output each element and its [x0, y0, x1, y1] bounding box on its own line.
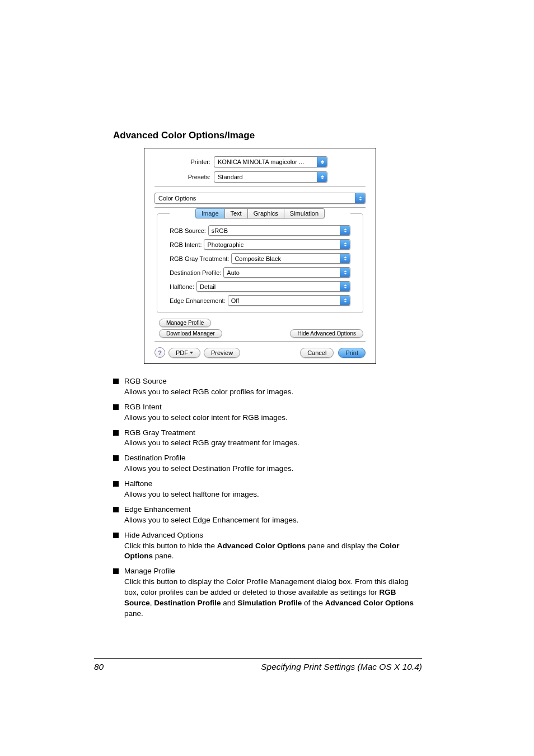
pdf-label: PDF [176, 349, 188, 356]
page-number: 80 [94, 662, 104, 672]
list-item: RGB Source Allows you to select RGB colo… [113, 376, 423, 398]
item-desc: Allows you to select RGB gray treatment … [124, 438, 299, 447]
halftone-combo[interactable]: Detail [196, 281, 350, 292]
rgb-gray-combo[interactable]: Composite Black [231, 253, 350, 264]
presets-label: Presets: [154, 174, 214, 180]
edge-combo[interactable]: Off [228, 295, 350, 306]
printer-value: KONICA MINOLTA magicolor ... [218, 158, 304, 165]
footer-title: Specifying Print Settings (Mac OS X 10.4… [261, 662, 422, 672]
page-footer: 80 Specifying Print Settings (Mac OS X 1… [94, 658, 422, 672]
tab-graphics[interactable]: Graphics [247, 208, 284, 218]
edge-label: Edge Enhancement: [170, 297, 228, 304]
list-item: Edge Enhancement Allows you to select Ed… [113, 505, 423, 526]
item-desc: Click this button to display the Color P… [124, 577, 414, 618]
preview-button[interactable]: Preview [204, 348, 240, 358]
hide-advanced-button[interactable]: Hide Advanced Options [290, 329, 363, 338]
dropdown-arrows-icon [340, 282, 350, 291]
halftone-label: Halftone: [170, 283, 196, 290]
bullet-icon [113, 568, 119, 574]
description-list: RGB Source Allows you to select RGB colo… [113, 376, 423, 619]
bullet-icon [113, 430, 119, 436]
item-desc: Allows you to select Edge Enhancement fo… [124, 516, 298, 524]
tab-text[interactable]: Text [224, 208, 248, 218]
bullet-icon [113, 379, 119, 384]
dest-profile-label: Destination Profile: [170, 269, 223, 276]
divider [154, 207, 366, 208]
item-title: RGB Intent [124, 402, 423, 413]
color-options-panel: Image Text Graphics Simulation RGB Sourc… [157, 213, 363, 313]
item-title: Edge Enhancement [124, 505, 423, 515]
rgb-gray-value: Composite Black [235, 255, 281, 262]
item-desc: Allows you to select RGB color profiles … [124, 388, 293, 396]
item-desc: Allows you to select color intent for RG… [124, 413, 288, 422]
panel-combo[interactable]: Color Options [154, 193, 366, 204]
item-title: RGB Source [124, 376, 423, 387]
divider [154, 341, 366, 342]
dropdown-arrows-icon [340, 226, 350, 235]
panel-value: Color Options [158, 195, 196, 202]
bullet-icon [113, 533, 119, 538]
presets-value: Standard [218, 174, 243, 180]
rgb-source-combo[interactable]: sRGB [208, 225, 350, 236]
dropdown-arrows-icon [355, 193, 365, 203]
rgb-source-label: RGB Source: [170, 227, 208, 234]
list-item: Hide Advanced Options Click this button … [113, 530, 423, 562]
item-title: Halftone [124, 479, 423, 489]
dest-profile-combo[interactable]: Auto [223, 267, 350, 278]
printer-label: Printer: [154, 158, 214, 165]
item-desc: Click this button to hide the Advanced C… [124, 542, 399, 561]
divider [154, 186, 366, 187]
printer-combo[interactable]: KONICA MINOLTA magicolor ... [214, 156, 327, 167]
bullet-icon [113, 507, 119, 512]
item-title: Hide Advanced Options [124, 530, 423, 541]
bullet-icon [113, 455, 119, 461]
item-title: Manage Profile [124, 566, 423, 577]
print-dialog: Printer: KONICA MINOLTA magicolor ... Pr… [144, 148, 376, 364]
list-item: RGB Intent Allows you to select color in… [113, 402, 423, 423]
chevron-down-icon [190, 352, 193, 354]
pdf-menu-button[interactable]: PDF [168, 348, 200, 358]
dest-profile-value: Auto [227, 269, 240, 276]
item-title: RGB Gray Treatment [124, 428, 423, 438]
bullet-icon [113, 404, 119, 410]
list-item: Halftone Allows you to select halftone f… [113, 479, 423, 500]
dropdown-arrows-icon [340, 296, 350, 305]
list-item: RGB Gray Treatment Allows you to select … [113, 428, 423, 449]
halftone-value: Detail [200, 283, 216, 290]
print-button[interactable]: Print [338, 348, 366, 358]
presets-combo[interactable]: Standard [214, 171, 327, 183]
rgb-intent-value: Photographic [207, 241, 243, 248]
list-item: Manage Profile Click this button to disp… [113, 566, 423, 619]
manage-profile-button[interactable]: Manage Profile [159, 319, 211, 327]
dropdown-arrows-icon [317, 157, 327, 167]
help-button[interactable]: ? [154, 347, 165, 358]
rgb-gray-label: RGB Gray Treatment: [170, 255, 231, 262]
edge-value: Off [231, 297, 239, 304]
tab-image[interactable]: Image [195, 208, 225, 218]
dropdown-arrows-icon [340, 254, 350, 263]
cancel-button[interactable]: Cancel [300, 348, 334, 358]
section-heading: Advanced Color Options/Image [113, 130, 423, 141]
rgb-intent-label: RGB Intent: [170, 241, 204, 248]
tab-simulation[interactable]: Simulation [284, 208, 325, 218]
dropdown-arrows-icon [340, 268, 350, 277]
tab-group: Image Text Graphics Simulation [170, 208, 350, 218]
list-item: Destination Profile Allows you to select… [113, 453, 423, 474]
rgb-source-value: sRGB [212, 227, 228, 234]
bullet-icon [113, 481, 119, 487]
item-title: Destination Profile [124, 453, 423, 464]
rgb-intent-combo[interactable]: Photographic [204, 239, 350, 250]
dropdown-arrows-icon [317, 172, 327, 182]
download-manager-button[interactable]: Download Manager [159, 329, 222, 338]
item-desc: Allows you to select Destination Profile… [124, 464, 293, 473]
item-desc: Allows you to select halftone for images… [124, 490, 259, 498]
dropdown-arrows-icon [340, 240, 350, 249]
